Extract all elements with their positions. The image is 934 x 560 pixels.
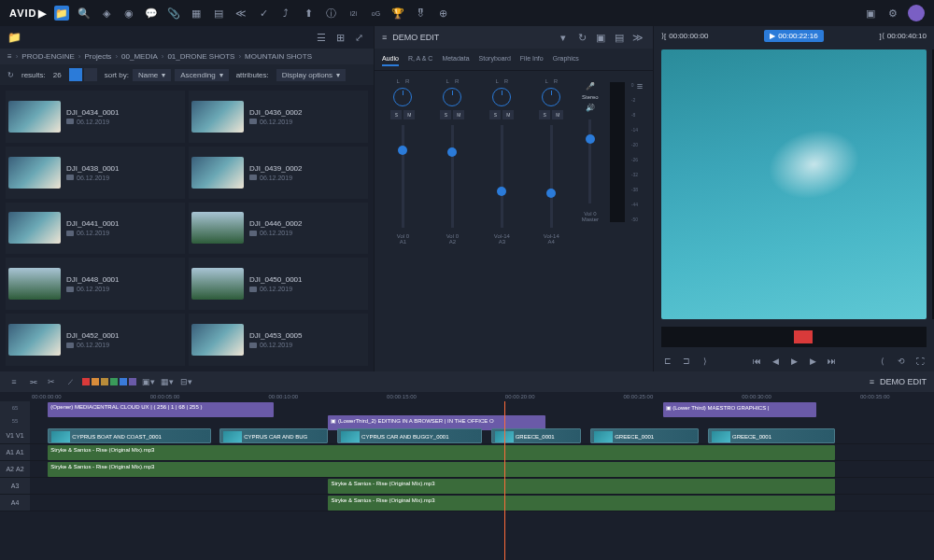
link-tool[interactable]: ⫘	[26, 375, 39, 388]
cut-tool[interactable]: ✂	[45, 375, 58, 388]
mic-icon[interactable]: 🎤	[586, 82, 595, 91]
track-header-a1[interactable]: A1 A1	[0, 444, 30, 460]
search-icon[interactable]: 🔍	[77, 6, 92, 21]
chat-icon[interactable]: 💬	[144, 6, 159, 21]
asset-item[interactable]: DJI_0450_000106.12.2019	[189, 258, 368, 310]
solo-button[interactable]: S	[489, 110, 501, 119]
color-swatch[interactable]	[120, 378, 127, 385]
video-clip[interactable]: GREECE_0001	[590, 428, 699, 443]
breadcrumb-icon[interactable]: ≡	[7, 52, 12, 61]
asset-item[interactable]: DJI_0434_000106.12.2019	[6, 91, 185, 143]
award-icon[interactable]: 🎖	[413, 6, 428, 21]
asset-item[interactable]: DJI_0452_000106.12.2019	[6, 314, 185, 366]
panel-menu-icon[interactable]: ≡	[382, 33, 387, 42]
breadcrumb-item[interactable]: PROD-ENGINE	[21, 52, 74, 61]
grid-view-icon[interactable]: ⊞	[333, 30, 347, 45]
master-fader[interactable]	[588, 119, 591, 203]
more-icon[interactable]: ≫	[630, 30, 645, 45]
list-view-icon[interactable]: ☰	[314, 30, 329, 45]
trophy-icon[interactable]: 🏆	[390, 6, 405, 21]
zoom-icon[interactable]: ⊕	[435, 6, 450, 21]
video-viewer[interactable]: 0-2-8-14-20-26-32-38-44-50	[661, 49, 927, 319]
step-back-button[interactable]: ◀	[769, 355, 782, 368]
razor-tool[interactable]: ⟋	[64, 375, 77, 388]
color-swatch[interactable]	[101, 378, 108, 385]
video-clip[interactable]: CYPRUS BOAT AND COAST_0001	[48, 428, 210, 443]
display-options-select[interactable]: Display options▾	[276, 69, 346, 81]
tab-metadata[interactable]: Metadata	[442, 52, 469, 66]
volume-fader[interactable]	[402, 125, 404, 228]
skip-fwd-button[interactable]: ⏭	[825, 355, 838, 368]
view-grid-button[interactable]	[69, 68, 82, 81]
asset-item[interactable]: DJI_0438_000106.12.2019	[6, 147, 185, 199]
settings-icon[interactable]: ⚙	[885, 6, 900, 21]
step-fwd-button[interactable]: ▶	[806, 355, 819, 368]
copy-icon[interactable]: ▣	[863, 6, 878, 21]
check-icon[interactable]: ✓	[256, 6, 271, 21]
solo-button[interactable]: S	[390, 110, 402, 119]
breadcrumb-item[interactable]: 01_DRONE SHOTS	[167, 52, 234, 61]
track-header-a2[interactable]: A2 A2	[0, 461, 30, 477]
expand-icon[interactable]: ⤢	[351, 30, 366, 45]
video-clip[interactable]: GREECE_0001	[708, 428, 835, 443]
asset-item[interactable]: DJI_0448_000106.12.2019	[6, 258, 185, 310]
menu-icon[interactable]: ≡	[7, 375, 21, 388]
insert-tool[interactable]: ▣▾	[142, 375, 155, 388]
folder-icon[interactable]: 📁	[7, 31, 21, 44]
timeline-menu-icon[interactable]: ≡	[870, 377, 874, 386]
video-clip[interactable]: CYPRUS CAR AND BUGGY_0001	[337, 428, 482, 443]
loop-button[interactable]: ⟲	[895, 355, 908, 368]
audio-clip[interactable]: Stryke & Santos - Rise (Original Mix).mp…	[48, 462, 834, 477]
goto-out-button[interactable]: ⟨	[876, 355, 889, 368]
tab-rac[interactable]: R, A & C	[408, 52, 432, 66]
color-swatch[interactable]	[92, 378, 99, 385]
asset-item[interactable]: DJI_0453_000506.12.2019	[189, 314, 368, 366]
breadcrumb-item[interactable]: 00_MEDIA	[121, 52, 158, 61]
audio-clip[interactable]: Stryke & Santos - Rise (Original Mix).mp…	[328, 479, 834, 494]
timecode-current[interactable]: ▶00:00:22:16	[764, 30, 823, 42]
folder-icon[interactable]: 📁	[54, 6, 69, 21]
replace-tool[interactable]: ⊟▾	[179, 375, 192, 388]
tab-audio[interactable]: Audio	[382, 52, 399, 66]
color-swatch[interactable]	[110, 378, 118, 385]
play-button[interactable]: ▶	[787, 355, 800, 368]
audio-clip[interactable]: Stryke & Santos - Rise (Original Mix).mp…	[48, 445, 834, 460]
mark-out-button[interactable]: ⊐	[680, 355, 693, 368]
asset-item[interactable]: DJI_0439_000206.12.2019	[189, 147, 368, 199]
time-ruler[interactable]: 00:00:00:0000:00:05:0000:00:10:0000:00:1…	[0, 392, 934, 401]
mute-button[interactable]: M	[403, 110, 415, 119]
timecode-in[interactable]: ⟩[00:00:00:00	[661, 30, 709, 42]
mute-button[interactable]: M	[453, 110, 464, 119]
audio-clip[interactable]: Stryke & Santos - Rise (Original Mix).mp…	[328, 496, 834, 511]
color-swatch[interactable]	[82, 378, 90, 385]
track-header-v1[interactable]: V1 V1	[0, 427, 30, 443]
color-swatch[interactable]	[129, 378, 136, 385]
video-clip[interactable]: CYPRUS CAR AND BUG	[219, 428, 328, 443]
share-icon[interactable]: ≪	[234, 6, 248, 21]
asset-item[interactable]: DJI_0441_000106.12.2019	[6, 203, 185, 255]
volume-fader[interactable]	[451, 125, 454, 228]
volume-fader[interactable]	[501, 125, 503, 228]
asset-item[interactable]: DJI_0436_000206.12.2019	[189, 91, 368, 143]
layout-icon[interactable]: ▣	[593, 30, 608, 45]
info-icon[interactable]: ⓘ	[323, 6, 338, 21]
export-icon[interactable]: ⤴	[278, 6, 293, 21]
scrub-bar[interactable]	[661, 327, 927, 347]
mute-button[interactable]: M	[502, 110, 514, 119]
refresh-icon[interactable]: ↻	[574, 30, 589, 45]
track-header-a4[interactable]: A4	[0, 495, 30, 511]
mute-button[interactable]: M	[552, 110, 563, 119]
sort-order-select[interactable]: Ascending▾	[175, 69, 228, 81]
sort-field-select[interactable]: Name▾	[133, 69, 171, 81]
layout2-icon[interactable]: ▤	[612, 30, 627, 45]
breadcrumb-item[interactable]: MOUNTAIN SHOTS	[245, 52, 312, 61]
pan-knob[interactable]	[393, 88, 412, 106]
grid-icon[interactable]: ▤	[211, 6, 226, 21]
doc-icon[interactable]: ▦	[189, 6, 204, 21]
fullscreen-button[interactable]: ⛶	[913, 355, 927, 368]
upload-icon[interactable]: ⬆	[301, 6, 316, 21]
pan-knob[interactable]	[443, 88, 461, 106]
tab-graphics[interactable]: Graphics	[553, 52, 579, 66]
view-list-button[interactable]	[84, 68, 97, 81]
tab-fileinfo[interactable]: File Info	[520, 52, 544, 66]
